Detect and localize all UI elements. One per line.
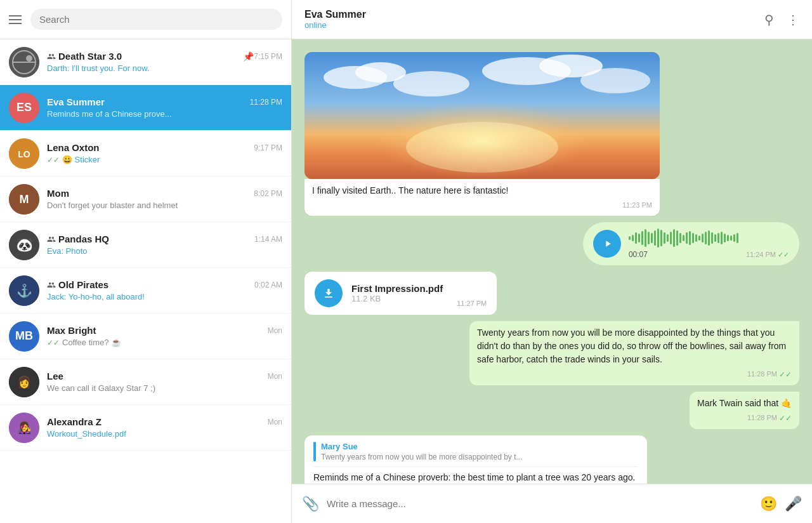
chat-name: Lena Oxton — [47, 142, 100, 153]
waveform-bar — [717, 233, 719, 243]
chat-time: 11:28 PM — [250, 98, 282, 107]
avatar: 👩‍🎤 — [9, 413, 39, 443]
more-options-icon[interactable]: ⋮ — [787, 12, 799, 27]
avatar: ES — [9, 93, 39, 123]
avatar: LO — [9, 138, 39, 169]
svg-point-24 — [406, 122, 558, 173]
search-wrapper[interactable] — [30, 9, 282, 30]
file-size: 11.2 KB — [351, 294, 443, 303]
waveform-bar — [651, 233, 653, 243]
quote-text: Twenty years from now you will be more d… — [321, 453, 638, 461]
chat-item-max-bright[interactable]: MBMax BrightMon✓✓ Coffee time? ☕ — [0, 314, 291, 359]
chat-time: Mon — [268, 326, 282, 335]
message-input[interactable] — [327, 498, 752, 509]
waveform-bar — [692, 233, 694, 243]
msg-text: Reminds me of a Chinese proverb: the bes… — [313, 472, 638, 484]
voice-bubble: 00:07 11:24 PM ✓✓ — [583, 222, 799, 265]
mic-icon[interactable]: 🎤 — [785, 496, 802, 512]
chat-time: 9:17 PM — [254, 143, 282, 152]
chat-preview: Jack: Yo-ho-ho, all aboard! — [47, 292, 282, 301]
search-icon[interactable]: ⚲ — [764, 12, 774, 27]
chat-header-status: online — [304, 20, 366, 30]
chat-item-eva-summer[interactable]: ESEva Summer11:28 PMReminds me of a Chin… — [0, 85, 291, 131]
waveform-bar — [629, 236, 631, 240]
waveform-bar — [657, 228, 659, 248]
avatar: 🐼 — [9, 230, 39, 260]
msg-time: 11:28 PM ✓✓ — [697, 413, 792, 424]
chat-preview: ✓✓ 😀 Sticker — [47, 155, 282, 164]
chat-preview: Eva: Photo — [47, 246, 282, 256]
chat-preview: Reminds me of a Chinese prove... — [47, 109, 282, 119]
chat-preview: Don't forget your blaster and helmet — [47, 201, 282, 210]
chat-time: Mon — [268, 418, 282, 427]
chat-info: Max BrightMon✓✓ Coffee time? ☕ — [47, 325, 282, 347]
waveform-bar — [686, 232, 688, 244]
emoji-icon[interactable]: 🙂 — [760, 496, 777, 512]
waveform-bar — [698, 235, 700, 241]
waveform-bar — [641, 231, 643, 245]
msg-row: I finally visited Earth.. The nature her… — [304, 52, 799, 216]
chat-header-actions: ⚲ ⋮ — [764, 12, 799, 27]
waveform-bar — [689, 231, 691, 245]
waveform-bar — [714, 234, 716, 242]
attach-icon[interactable]: 📎 — [302, 496, 319, 512]
chat-name: Death Star 3.0 — [47, 51, 122, 62]
chat-item-mom[interactable]: MMom8:02 PMDon't forget your blaster and… — [0, 176, 291, 222]
waveform-bar — [737, 233, 738, 243]
svg-text:🐼: 🐼 — [16, 236, 34, 253]
chat-time: 1:14 AM — [254, 235, 282, 244]
msg-text: I finally visited Earth.. The nature her… — [312, 185, 508, 195]
search-input[interactable] — [39, 14, 273, 25]
msg-time: 11:23 PM — [312, 200, 652, 211]
chat-name: Alexandra Z — [47, 416, 102, 427]
chat-item-pandas-hq[interactable]: 🐼Pandas HQ1:14 AMEva: Photo — [0, 222, 291, 268]
chat-time: Mon — [268, 372, 282, 381]
chat-list: Death Star 3.0📌7:15 PMDarth: I'll trust … — [0, 39, 291, 523]
waveform-bar — [645, 229, 646, 247]
chat-info: Old Pirates0:02 AMJack: Yo-ho-ho, all ab… — [47, 279, 282, 301]
waveform-bar — [683, 235, 684, 241]
waveform-bar — [632, 235, 634, 241]
svg-point-20 — [393, 71, 469, 96]
chat-time: 7:15 PM — [254, 52, 282, 61]
waveform-bar — [667, 234, 669, 242]
waveform-bar — [670, 232, 672, 244]
chat-item-old-pirates[interactable]: ⚓Old Pirates0:02 AMJack: Yo-ho-ho, all a… — [0, 268, 291, 314]
avatar: ⚓ — [9, 275, 39, 306]
quote-content: Mary Sue Twenty years from now you will … — [321, 442, 638, 461]
file-info: First Impression.pdf 11.2 KB — [351, 283, 443, 303]
avatar: 👩 — [9, 367, 39, 397]
download-button[interactable] — [315, 279, 343, 307]
waveform-bar — [679, 233, 681, 243]
chat-name: Max Bright — [47, 325, 96, 336]
waveform-bar — [648, 232, 650, 244]
play-button[interactable] — [593, 230, 621, 258]
menu-icon[interactable] — [9, 15, 22, 24]
msg-text: Mark Twain said that 🤙 — [697, 398, 792, 408]
msg-time: 11:27 PM — [457, 300, 487, 307]
chat-name: Old Pirates — [47, 279, 108, 290]
msg-row: First Impression.pdf 11.2 KB 11:27 PM — [304, 272, 799, 315]
avatar — [9, 47, 39, 77]
chat-info: Mom8:02 PMDon't forget your blaster and … — [47, 188, 282, 210]
svg-point-3 — [26, 55, 32, 62]
svg-text:LO: LO — [18, 149, 30, 159]
chat-item-lena-oxton[interactable]: LOLena Oxton9:17 PM✓✓ 😀 Sticker — [0, 131, 291, 176]
text-bubble: Twenty years from now you will be more d… — [469, 321, 799, 385]
chat-item-lee[interactable]: 👩LeeMonWe can call it Galaxy Star 7 ;) — [0, 359, 291, 405]
waveform-bar — [721, 232, 723, 244]
messages-content: I finally visited Earth.. The nature her… — [304, 52, 799, 484]
msg-row: Mary Sue Twenty years from now you will … — [304, 435, 799, 484]
chat-info: Pandas HQ1:14 AMEva: Photo — [47, 234, 282, 256]
chat-item-death-star[interactable]: Death Star 3.0📌7:15 PMDarth: I'll trust … — [0, 39, 291, 85]
svg-point-23 — [580, 68, 650, 93]
chat-header: Eva Summer online ⚲ ⋮ — [292, 0, 812, 39]
waveform-bar — [705, 232, 707, 244]
chat-item-alexandra-z[interactable]: 👩‍🎤Alexandra ZMonWorkout_Shedule.pdf — [0, 405, 291, 451]
msg-row: Mark Twain said that 🤙 11:28 PM ✓✓ — [304, 392, 799, 429]
chat-time: 0:02 AM — [254, 281, 282, 289]
msg-time: 11:24 PM ✓✓ — [746, 251, 789, 259]
file-bubble: First Impression.pdf 11.2 KB 11:27 PM — [304, 272, 497, 315]
chat-name: Mom — [47, 188, 69, 199]
svg-text:👩: 👩 — [17, 375, 32, 389]
